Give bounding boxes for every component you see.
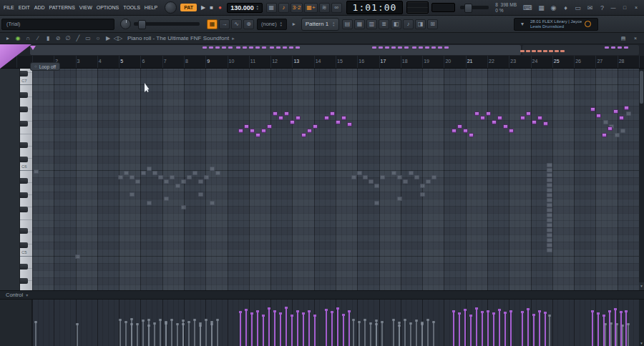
- velocity-line[interactable]: [240, 311, 241, 346]
- note[interactable]: [608, 127, 613, 131]
- velocity-line[interactable]: [251, 312, 253, 346]
- note[interactable]: [261, 129, 266, 133]
- velocity-line[interactable]: [404, 319, 406, 346]
- ghost-note[interactable]: [626, 112, 631, 116]
- nudge-icon[interactable]: ◁▷: [113, 35, 123, 41]
- main-volume-knob[interactable]: [120, 19, 131, 29]
- velocity-line[interactable]: [257, 310, 258, 346]
- velocity-line[interactable]: [211, 323, 213, 346]
- velocity-line[interactable]: [331, 311, 333, 346]
- velocity-line[interactable]: [348, 310, 350, 346]
- pattern-selector[interactable]: Pattern 1 ▲▼: [301, 18, 339, 31]
- velocity-line[interactable]: [280, 312, 281, 346]
- velocity-line[interactable]: [427, 319, 429, 346]
- delete-tool-icon[interactable]: ⊘: [53, 35, 63, 41]
- note[interactable]: [457, 124, 462, 129]
- ghost-note[interactable]: [210, 167, 215, 171]
- ghost-note[interactable]: [547, 208, 552, 212]
- velocity-line[interactable]: [171, 319, 172, 346]
- piano-key-black[interactable]: [20, 157, 28, 162]
- typing-keyboard-icon[interactable]: ⌨: [521, 3, 535, 13]
- picker-panel-icon[interactable]: ▥: [366, 19, 377, 29]
- note[interactable]: [250, 129, 255, 133]
- swing-icon[interactable]: ∿: [231, 19, 242, 29]
- note[interactable]: [509, 129, 514, 133]
- zoom-tool-icon[interactable]: ○: [93, 35, 103, 41]
- piano-key-black[interactable]: [20, 178, 28, 184]
- note[interactable]: [543, 122, 548, 126]
- loop-indicator[interactable]: ○ Loop off: [30, 62, 60, 71]
- pitch-slider-thumb[interactable]: [138, 20, 146, 29]
- note[interactable]: [238, 129, 243, 133]
- pattern-stepper[interactable]: ▲▼: [332, 21, 335, 27]
- velocity-line[interactable]: [194, 319, 195, 346]
- ghost-note[interactable]: [164, 179, 169, 184]
- note[interactable]: [492, 120, 497, 124]
- velocity-line[interactable]: [603, 315, 605, 346]
- metronome-icon[interactable]: ♪: [278, 3, 289, 13]
- plugin-database-icon[interactable]: ⊞: [427, 19, 438, 29]
- pattern-prev-next-icon[interactable]: ▸: [289, 21, 299, 27]
- note[interactable]: [590, 107, 595, 112]
- ghost-note[interactable]: [547, 198, 552, 202]
- ghost-note[interactable]: [380, 175, 385, 179]
- velocity-line[interactable]: [205, 319, 207, 346]
- channel-rack-grid-icon[interactable]: ▦: [207, 19, 218, 29]
- ghost-note[interactable]: [118, 175, 123, 179]
- microphone-icon[interactable]: ♦: [560, 3, 571, 13]
- menu-view[interactable]: VIEW: [79, 5, 92, 10]
- main-pitch-slider[interactable]: [134, 22, 200, 26]
- velocity-line[interactable]: [493, 312, 494, 346]
- note[interactable]: [336, 120, 341, 124]
- ghost-note[interactable]: [351, 175, 356, 179]
- ghost-note[interactable]: [363, 175, 368, 179]
- piano-key-black[interactable]: [20, 192, 28, 198]
- ghost-note[interactable]: [620, 129, 625, 133]
- typing-target-select[interactable]: (none) ▲▼: [257, 19, 287, 30]
- velocity-line[interactable]: [274, 310, 275, 346]
- maximize-button[interactable]: □: [620, 4, 630, 12]
- note[interactable]: [469, 133, 474, 137]
- ghost-note[interactable]: [547, 228, 552, 232]
- note[interactable]: [520, 116, 525, 120]
- velocity-line[interactable]: [119, 319, 121, 346]
- vertical-scrollbar-thumb[interactable]: [640, 71, 643, 104]
- ghost-note[interactable]: [187, 175, 192, 179]
- tempo-display[interactable]: 130.000 ▲▼: [227, 3, 263, 13]
- note[interactable]: [296, 116, 301, 120]
- menu-tools[interactable]: TOOLS: [123, 5, 140, 10]
- timeline-ruler[interactable]: 2345678910111213141516171819202122232425…: [0, 56, 644, 69]
- ghost-note[interactable]: [175, 184, 180, 188]
- velocity-line[interactable]: [177, 323, 178, 346]
- slide-notes-icon[interactable]: →: [219, 19, 230, 29]
- channel-display[interactable]: (Trial): [1, 19, 114, 30]
- ghost-note[interactable]: [141, 171, 146, 175]
- piano-key-black[interactable]: [20, 92, 28, 98]
- velocity-line[interactable]: [137, 323, 138, 346]
- ghost-note[interactable]: [547, 173, 552, 177]
- velocity-line[interactable]: [160, 319, 161, 346]
- mixer-icon[interactable]: ≣: [379, 19, 389, 29]
- velocity-line[interactable]: [605, 323, 606, 346]
- midi-keyboard-icon[interactable]: ▦: [536, 3, 547, 13]
- control-scroll-stub[interactable]: ▼: [639, 300, 644, 346]
- fl-logo-knob[interactable]: [165, 1, 177, 14]
- ghost-note[interactable]: [547, 193, 552, 197]
- ghost-note[interactable]: [547, 233, 552, 237]
- velocity-line[interactable]: [533, 314, 535, 346]
- velocity-line[interactable]: [628, 323, 629, 346]
- velocity-line[interactable]: [370, 322, 371, 346]
- vertical-scrollbar[interactable]: [639, 69, 644, 290]
- note[interactable]: [497, 116, 502, 120]
- velocity-line[interactable]: [504, 312, 506, 346]
- ghost-note[interactable]: [397, 197, 402, 201]
- note[interactable]: [301, 133, 306, 137]
- stop-button[interactable]: ■: [208, 3, 216, 13]
- ghost-note[interactable]: [397, 175, 402, 179]
- ghost-note[interactable]: [547, 188, 552, 192]
- scroll-down-button[interactable]: ▼: [639, 282, 644, 290]
- ghost-note[interactable]: [403, 179, 408, 184]
- ghost-note[interactable]: [369, 179, 374, 184]
- note[interactable]: [330, 112, 335, 116]
- ghost-note[interactable]: [547, 163, 552, 167]
